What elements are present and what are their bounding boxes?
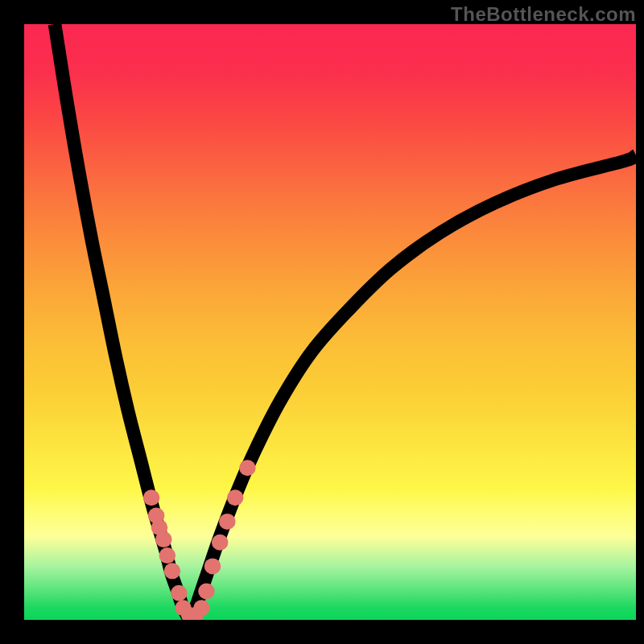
data-dot (159, 547, 176, 564)
data-dot (164, 563, 181, 579)
plot-area (24, 24, 636, 620)
data-dot (227, 489, 244, 506)
data-dot (193, 600, 210, 616)
data-dot (212, 535, 229, 551)
data-dot (171, 585, 188, 601)
left-curve (55, 24, 189, 620)
curves-svg (24, 24, 636, 620)
data-dot (198, 583, 215, 599)
watermark-text: TheBottleneck.com (451, 3, 636, 26)
data-dot (239, 460, 256, 476)
data-dot (204, 558, 221, 574)
chart-frame: TheBottleneck.com (0, 0, 644, 644)
data-dot (219, 514, 236, 530)
right-curve (189, 155, 636, 620)
data-dot (155, 531, 172, 547)
data-dot (143, 489, 160, 506)
